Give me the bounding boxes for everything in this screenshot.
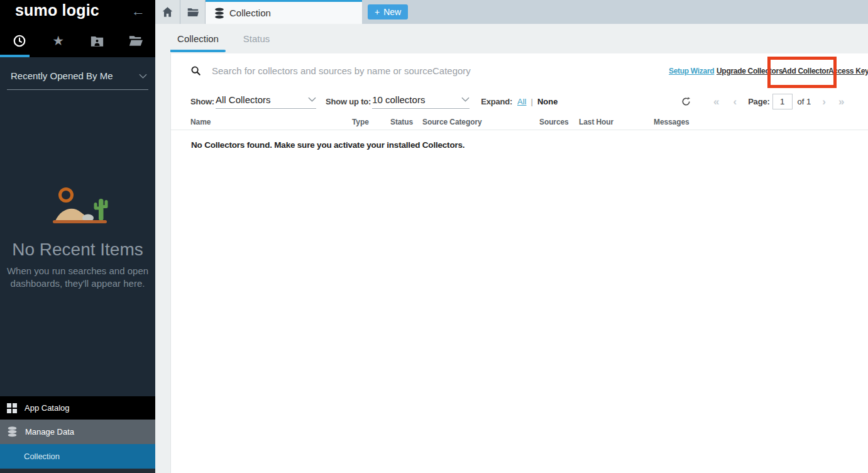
recent-filter-label: Recently Opened By Me <box>11 70 113 81</box>
favorites-tab[interactable]: ★ <box>39 30 78 52</box>
page-number-input[interactable] <box>772 94 793 109</box>
first-page-button[interactable]: « <box>713 96 719 107</box>
collection-stack-icon <box>214 8 224 19</box>
search-row: Setup Wizard Upgrade Collectors Add Coll… <box>171 53 868 87</box>
chevron-down-icon <box>308 97 316 102</box>
sidebar-item-manage-data[interactable]: Manage Data <box>0 420 155 444</box>
new-button-label: New <box>383 7 401 17</box>
sidebar-nav-icons: ★ <box>0 30 155 52</box>
show-select-value: All Collectors <box>216 94 271 105</box>
shared-folder-icon <box>91 35 104 47</box>
sidebar-item-app-catalog[interactable]: App Catalog <box>0 396 155 420</box>
next-page-button[interactable]: › <box>822 96 826 107</box>
empty-state-message: No Collectors found. Make sure you activ… <box>171 140 868 150</box>
filter-row: Show: All Collectors Show up to: 10 coll… <box>171 87 868 115</box>
open-folder-icon <box>129 35 143 47</box>
collection-panel: Setup Wizard Upgrade Collectors Add Coll… <box>170 53 868 473</box>
folder-button[interactable] <box>180 0 206 24</box>
tab-collection[interactable]: Collection <box>206 0 362 24</box>
subtab-status[interactable]: Status <box>242 24 271 53</box>
column-header-messages[interactable]: Messages <box>654 118 868 126</box>
limit-select[interactable]: 10 collectors <box>372 94 470 109</box>
chevron-down-icon <box>139 74 147 79</box>
sidebar-item-label: Collection <box>24 452 60 461</box>
search-input[interactable] <box>211 65 515 77</box>
expand-none-link[interactable]: None <box>537 97 558 106</box>
chevron-down-icon <box>461 97 470 102</box>
table-header-row: Name Type Status Source Category Sources… <box>171 118 868 130</box>
column-header-source-category[interactable]: Source Category <box>422 118 539 126</box>
recent-filter-dropdown[interactable]: Recently Opened By Me <box>7 70 148 90</box>
column-header-status[interactable]: Status <box>390 118 422 126</box>
upgrade-collectors-link[interactable]: Upgrade Collectors <box>717 67 783 75</box>
subtab-bar: Collection Status <box>155 24 868 53</box>
star-icon: ★ <box>52 35 64 48</box>
show-label: Show: <box>190 97 214 106</box>
pagination: « ‹ Page: of 1 › » <box>681 87 844 115</box>
sumo-logic-logo: sumo logic <box>15 1 99 19</box>
subtab-label: Status <box>243 33 270 44</box>
last-page-button[interactable]: » <box>838 96 844 107</box>
sidebar-bottom-strip <box>0 469 155 473</box>
active-tab-indicator <box>0 55 30 57</box>
column-header-name[interactable]: Name <box>190 118 352 126</box>
access-keys-link[interactable]: Access Keys <box>828 67 868 75</box>
top-tab-bar: Collection + New <box>155 0 868 24</box>
search-icon <box>190 65 201 76</box>
main-area: Collection + New Collection Status <box>155 0 868 473</box>
subtab-collection[interactable]: Collection <box>170 24 226 53</box>
desert-illustration <box>0 186 155 226</box>
left-sidebar: sumo logic ← ★ Rece <box>0 0 155 473</box>
ground-line <box>53 220 107 223</box>
main-lower: Collection Status Setup Wizard Upgrade C… <box>155 24 868 473</box>
sidebar-item-collection[interactable]: Collection <box>0 444 155 469</box>
expand-label: Expand: <box>481 97 512 106</box>
no-recent-items-title: No Recent Items <box>0 240 155 260</box>
page-label: Page: <box>748 97 769 106</box>
new-button[interactable]: + New <box>368 4 408 19</box>
sidebar-bottom-nav: App Catalog Manage Data Collection <box>0 396 155 469</box>
no-recent-items-description: When you run searches and open dashboard… <box>0 265 155 290</box>
plus-icon: + <box>375 7 380 17</box>
column-header-last-hour[interactable]: Last Hour <box>579 118 654 126</box>
recents-tab[interactable] <box>0 30 39 52</box>
separator: | <box>531 97 533 106</box>
home-icon <box>162 7 173 17</box>
setup-wizard-link[interactable]: Setup Wizard <box>669 67 714 75</box>
show-up-to-label: Show up to: <box>326 97 371 106</box>
column-header-type[interactable]: Type <box>352 118 390 126</box>
folder-icon <box>187 8 199 17</box>
page-count-label: of 1 <box>798 97 811 106</box>
prev-page-button[interactable]: ‹ <box>733 96 737 107</box>
refresh-icon[interactable] <box>681 97 691 106</box>
subtab-label: Collection <box>177 33 219 44</box>
shared-content-tab[interactable] <box>78 30 117 52</box>
grid-icon <box>7 403 17 413</box>
database-icon <box>7 426 18 437</box>
sidebar-header: sumo logic ← ★ <box>0 0 155 57</box>
home-button[interactable] <box>155 0 180 24</box>
sidebar-item-label: App Catalog <box>25 403 70 413</box>
tab-label: Collection <box>229 8 271 18</box>
expand-all-link[interactable]: All <box>517 97 526 106</box>
clock-icon <box>13 34 26 48</box>
column-header-sources[interactable]: Sources <box>539 118 579 126</box>
sidebar-item-label: Manage Data <box>25 427 74 437</box>
collapse-sidebar-icon[interactable]: ← <box>131 3 145 19</box>
add-collector-link[interactable]: Add Collector <box>782 67 829 75</box>
show-select[interactable]: All Collectors <box>216 94 316 109</box>
library-tab[interactable] <box>116 30 155 52</box>
limit-select-value: 10 collectors <box>372 94 425 105</box>
sun-ring <box>60 189 72 201</box>
